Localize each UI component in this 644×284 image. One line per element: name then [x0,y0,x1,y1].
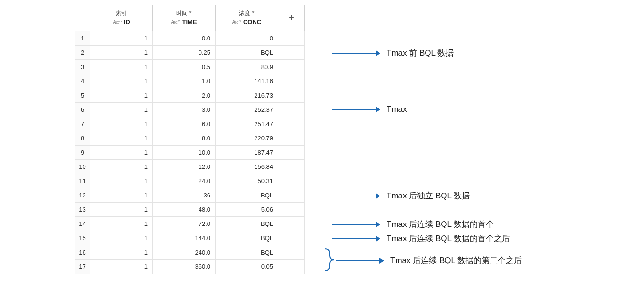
cell-time[interactable]: 48.0 [153,203,216,216]
cell-time[interactable]: 240.0 [153,245,216,259]
add-column-button[interactable]: + [278,5,305,31]
arrow-icon [332,109,380,110]
column-header-time[interactable]: 时间 * ABC TIME [153,5,216,31]
annotation-label: Tmax 后独立 BQL 数据 [387,190,470,201]
table-row[interactable]: 613.0252.37 [75,103,305,117]
cell-id[interactable]: 1 [90,74,153,88]
cell-time[interactable]: 1.0 [153,74,216,88]
table-row[interactable]: 512.0216.73 [75,88,305,103]
cell-extra [278,46,305,59]
cell-id[interactable]: 1 [90,245,153,259]
cell-conc[interactable]: BQL [216,217,278,231]
brace-icon [322,248,336,272]
cell-conc[interactable]: 252.37 [216,103,278,117]
text-type-icon: ABC [171,20,180,25]
cell-time[interactable]: 0.5 [153,60,216,74]
cell-conc[interactable]: 50.31 [216,174,278,188]
table-row[interactable]: 9110.0187.47 [75,146,305,160]
table-header-row: 索引 ABC ID 时间 * ABC TIME 浓度 * ABC CONC + [75,5,305,31]
column-name: CONC [243,19,261,26]
column-name: TIME [182,19,197,26]
cell-id[interactable]: 1 [90,174,153,188]
cell-conc[interactable]: 187.47 [216,146,278,159]
cell-conc[interactable]: BQL [216,46,278,59]
table-row[interactable]: 10112.0156.84 [75,160,305,174]
cell-id[interactable]: 1 [90,46,153,59]
table-row[interactable]: 310.580.9 [75,60,305,74]
annotation-label: Tmax 后连续 BQL 数据的第二个之后 [390,255,522,266]
cell-conc[interactable]: 80.9 [216,60,278,74]
cell-id[interactable]: 1 [90,117,153,131]
table-row[interactable]: 716.0251.47 [75,117,305,131]
cell-conc[interactable]: 5.06 [216,203,278,216]
cell-id[interactable]: 1 [90,131,153,145]
cell-conc[interactable]: BQL [216,245,278,259]
cell-extra [278,245,305,259]
table-row[interactable]: 11124.050.31 [75,174,305,188]
cell-time[interactable]: 360.0 [153,260,216,274]
table-row[interactable]: 110.00 [75,31,305,46]
plus-icon: + [289,13,294,23]
cell-conc[interactable]: 0 [216,31,278,45]
cell-time[interactable]: 10.0 [153,146,216,159]
table-row[interactable]: 161240.0BQL [75,245,305,260]
table-row[interactable]: 818.0220.79 [75,131,305,146]
cell-id[interactable]: 1 [90,188,153,202]
cell-conc[interactable]: 0.05 [216,260,278,274]
cell-time[interactable]: 72.0 [153,217,216,231]
cell-time[interactable]: 2.0 [153,88,216,102]
row-number-cell: 12 [75,188,90,202]
cell-id[interactable]: 1 [90,88,153,102]
cell-time[interactable]: 144.0 [153,231,216,245]
cell-time[interactable]: 3.0 [153,103,216,117]
row-number-cell: 15 [75,231,90,245]
cell-id[interactable]: 1 [90,103,153,117]
table-row[interactable]: 411.0141.16 [75,74,305,88]
cell-conc[interactable]: BQL [216,188,278,202]
cell-time[interactable]: 6.0 [153,117,216,131]
text-type-icon: ABC [232,20,241,25]
table-row[interactable]: 14172.0BQL [75,217,305,231]
cell-extra [278,160,305,174]
arrow-icon [332,53,380,54]
arrow-icon [332,196,380,196]
annotation-arrow: Tmax 后独立 BQL 数据 [332,190,470,201]
cell-time[interactable]: 12.0 [153,160,216,174]
arrow-icon [332,238,380,239]
cell-id[interactable]: 1 [90,31,153,45]
annotation-arrow: Tmax [332,105,407,114]
row-number-cell: 7 [75,117,90,131]
cell-conc[interactable]: 220.79 [216,131,278,145]
table-row[interactable]: 171360.00.05 [75,260,305,274]
cell-conc[interactable]: 216.73 [216,88,278,102]
cell-conc[interactable]: BQL [216,231,278,245]
cell-time[interactable]: 8.0 [153,131,216,145]
annotation-label: Tmax 后连续 BQL 数据的首个之后 [387,233,510,244]
column-header-id[interactable]: 索引 ABC ID [90,5,153,31]
cell-time[interactable]: 0.25 [153,46,216,59]
data-table: 索引 ABC ID 时间 * ABC TIME 浓度 * ABC CONC + … [75,5,305,274]
cell-id[interactable]: 1 [90,160,153,174]
table-row[interactable]: 12136BQL [75,188,305,203]
cell-conc[interactable]: 141.16 [216,74,278,88]
cell-time[interactable]: 0.0 [153,31,216,45]
annotation-arrow: Tmax 前 BQL 数据 [332,48,454,59]
cell-id[interactable]: 1 [90,146,153,159]
cell-id[interactable]: 1 [90,60,153,74]
row-number-cell: 3 [75,60,90,74]
cell-id[interactable]: 1 [90,217,153,231]
cell-id[interactable]: 1 [90,231,153,245]
cell-id[interactable]: 1 [90,203,153,216]
cell-time[interactable]: 24.0 [153,174,216,188]
row-number-cell: 13 [75,203,90,216]
annotation-brace: Tmax 后连续 BQL 数据的第二个之后 [336,255,522,266]
cell-conc[interactable]: 156.84 [216,160,278,174]
table-row[interactable]: 210.25BQL [75,46,305,60]
column-header-conc[interactable]: 浓度 * ABC CONC [216,5,278,31]
table-row[interactable]: 13148.05.06 [75,203,305,217]
table-row[interactable]: 151144.0BQL [75,231,305,245]
cell-id[interactable]: 1 [90,260,153,274]
cell-time[interactable]: 36 [153,188,216,202]
cell-conc[interactable]: 251.47 [216,117,278,131]
row-number-cell: 8 [75,131,90,145]
